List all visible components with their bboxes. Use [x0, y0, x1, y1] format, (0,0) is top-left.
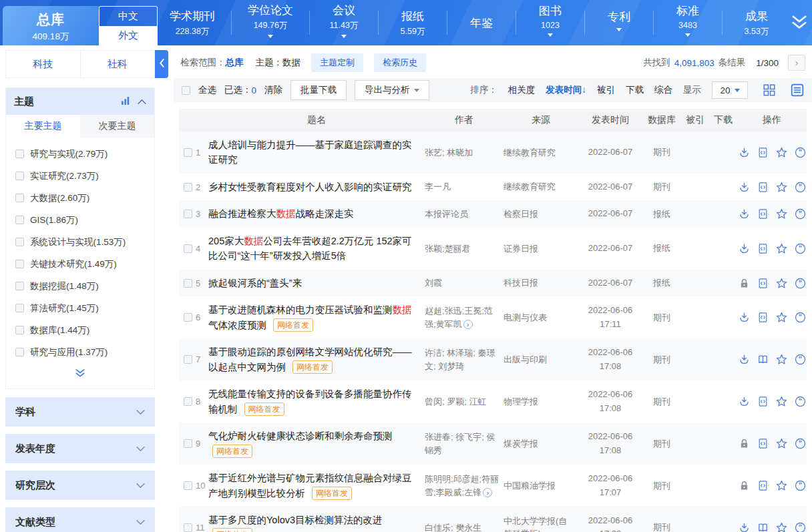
- filter-checkbox[interactable]: [15, 216, 24, 224]
- download-icon[interactable]: [739, 243, 750, 254]
- nav-item[interactable]: 成果3.53万: [739, 9, 775, 37]
- filter-checkbox[interactable]: [15, 282, 24, 290]
- locked-icon[interactable]: [739, 480, 750, 491]
- tab-sheke[interactable]: 社科: [80, 51, 155, 77]
- html-read-icon[interactable]: [757, 278, 769, 289]
- nav-item-zongku[interactable]: 总库 409.18万: [3, 6, 99, 45]
- theme-filter-item[interactable]: 研究与应用(1.37万): [6, 341, 154, 363]
- filter-checkbox[interactable]: [15, 260, 24, 268]
- nav-item[interactable]: 专利: [601, 9, 637, 37]
- tab-chinese[interactable]: 中文: [99, 6, 158, 26]
- source[interactable]: 物理学报: [503, 395, 578, 409]
- search-history-button[interactable]: 检索历史: [374, 53, 426, 72]
- nav-item[interactable]: 学术期刊228.38万: [170, 9, 215, 37]
- theme-filter-item[interactable]: 研究与实现(2.79万): [6, 143, 154, 165]
- favorite-icon[interactable]: [776, 354, 787, 365]
- read-online-icon[interactable]: [757, 522, 769, 532]
- theme-filter-item[interactable]: 数据库(1.44万): [6, 319, 154, 341]
- result-title-link[interactable]: 气化炉耐火砖健康状态诊断和剩余寿命预测: [208, 431, 393, 441]
- html-read-icon[interactable]: [757, 480, 769, 491]
- result-title-link[interactable]: 基于多尺度的Yolov3目标检测算法的改进: [208, 515, 383, 525]
- bar-chart-icon[interactable]: [121, 95, 131, 108]
- favorite-icon[interactable]: [776, 182, 787, 193]
- theme-filter-item[interactable]: 算法研究(1.45万): [6, 297, 154, 319]
- source[interactable]: 中北大学学报(自然科学版): [503, 515, 578, 532]
- result-title-link[interactable]: 成人培训与能力提升——基于家庭追踪调查的实证研究: [208, 140, 412, 165]
- grid-view-icon[interactable]: [763, 83, 776, 97]
- nav-more-chevron-icon[interactable]: [787, 0, 812, 45]
- theme-filter-item[interactable]: 关键技术研究(1.49万): [6, 253, 154, 275]
- tab-foreign[interactable]: 外文: [99, 26, 158, 45]
- theme-filter-item[interactable]: 系统设计与实现(1.53万): [6, 231, 154, 253]
- source[interactable]: 检察日报: [503, 208, 578, 221]
- sort-option[interactable]: 被引: [597, 84, 615, 96]
- row-checkbox[interactable]: [184, 210, 192, 218]
- cite-icon[interactable]: ”: [795, 312, 806, 323]
- favorite-icon[interactable]: [776, 396, 787, 407]
- source[interactable]: 科技日报: [503, 276, 578, 290]
- tab-primary-theme[interactable]: 主要主题: [6, 115, 80, 138]
- sort-option[interactable]: 相关度: [508, 84, 536, 96]
- row-checkbox[interactable]: [184, 523, 192, 532]
- result-title-link[interactable]: 基于近红外光谱与矿物元素指纹信息融合对绿豆产地判别模型比较分析: [208, 473, 412, 498]
- nav-item[interactable]: 年鉴: [463, 15, 499, 31]
- filter-checkbox[interactable]: [15, 238, 24, 246]
- authors[interactable]: 白佳乐; 樊永生: [425, 521, 503, 532]
- source[interactable]: 出版与印刷: [503, 353, 578, 366]
- filter-panel-发表年度[interactable]: 发表年度: [5, 434, 155, 463]
- sort-option[interactable]: 下载: [626, 84, 644, 96]
- cite-icon[interactable]: ”: [795, 243, 806, 254]
- tab-secondary-theme[interactable]: 次要主题: [80, 115, 154, 138]
- authors[interactable]: 张颖;楚丽君: [425, 242, 503, 256]
- filter-checkbox[interactable]: [15, 150, 24, 158]
- favorite-icon[interactable]: [776, 147, 787, 158]
- authors[interactable]: 李一凡: [425, 180, 503, 194]
- cite-icon[interactable]: ”: [795, 278, 806, 289]
- download-icon[interactable]: [739, 312, 750, 323]
- download-icon[interactable]: [739, 396, 750, 407]
- theme-filter-item[interactable]: 数据挖掘(1.48万): [6, 275, 154, 297]
- scope-value[interactable]: 总库: [226, 57, 244, 69]
- row-checkbox[interactable]: [184, 148, 192, 157]
- favorite-icon[interactable]: [776, 312, 787, 323]
- tab-keji[interactable]: 科技: [6, 51, 80, 77]
- filter-checkbox[interactable]: [15, 194, 24, 202]
- cite-icon[interactable]: ”: [795, 147, 806, 158]
- source[interactable]: 继续教育研究: [503, 146, 578, 160]
- authors[interactable]: 许洁; 林泽瑞; 秦璟文; 刘梦琦: [425, 346, 503, 372]
- locked-icon[interactable]: [739, 278, 750, 289]
- row-checkbox[interactable]: [184, 244, 192, 253]
- html-read-icon[interactable]: [757, 396, 769, 407]
- result-title-link[interactable]: 融合推进检察大数据战略走深走实: [208, 208, 354, 219]
- nav-item[interactable]: 报纸5.59万: [395, 9, 431, 37]
- batch-download-button[interactable]: 批量下载: [290, 80, 347, 100]
- read-online-icon[interactable]: [757, 354, 769, 365]
- nav-item[interactable]: 标准3483: [670, 3, 706, 42]
- filter-panel-研究层次[interactable]: 研究层次: [5, 471, 155, 500]
- cite-icon[interactable]: ”: [795, 182, 806, 193]
- row-checkbox[interactable]: [184, 439, 192, 448]
- authors[interactable]: 曾闵; 罗颖; 江虹: [425, 395, 503, 409]
- authors[interactable]: 张艺; 林晓加: [425, 146, 503, 160]
- row-checkbox[interactable]: [184, 481, 192, 490]
- result-title-link[interactable]: 掀起银河系的“盖头”来: [208, 278, 302, 288]
- row-checkbox[interactable]: [184, 313, 192, 322]
- row-checkbox[interactable]: [184, 183, 192, 192]
- filter-panel-学科[interactable]: 学科: [5, 397, 155, 427]
- clear-selection-button[interactable]: 清除: [264, 84, 282, 96]
- row-checkbox[interactable]: [184, 355, 192, 364]
- theme-custom-button[interactable]: 主题定制: [311, 53, 363, 72]
- favorite-icon[interactable]: [776, 278, 787, 289]
- select-all-checkbox[interactable]: [182, 86, 190, 95]
- authors[interactable]: 张进春; 徐飞宇; 侯锦秀: [425, 431, 503, 457]
- source[interactable]: 继续教育研究: [503, 180, 578, 194]
- filter-panel-文献类型[interactable]: 文献类型: [5, 507, 155, 532]
- authors-expand-icon[interactable]: ›: [463, 320, 473, 329]
- source[interactable]: 证券日报: [503, 242, 578, 256]
- html-read-icon[interactable]: [757, 312, 769, 323]
- html-read-icon[interactable]: [757, 147, 769, 158]
- favorite-icon[interactable]: [776, 522, 787, 532]
- filter-checkbox[interactable]: [15, 348, 24, 356]
- theme-expand-button[interactable]: [6, 364, 154, 388]
- filter-checkbox[interactable]: [15, 304, 24, 312]
